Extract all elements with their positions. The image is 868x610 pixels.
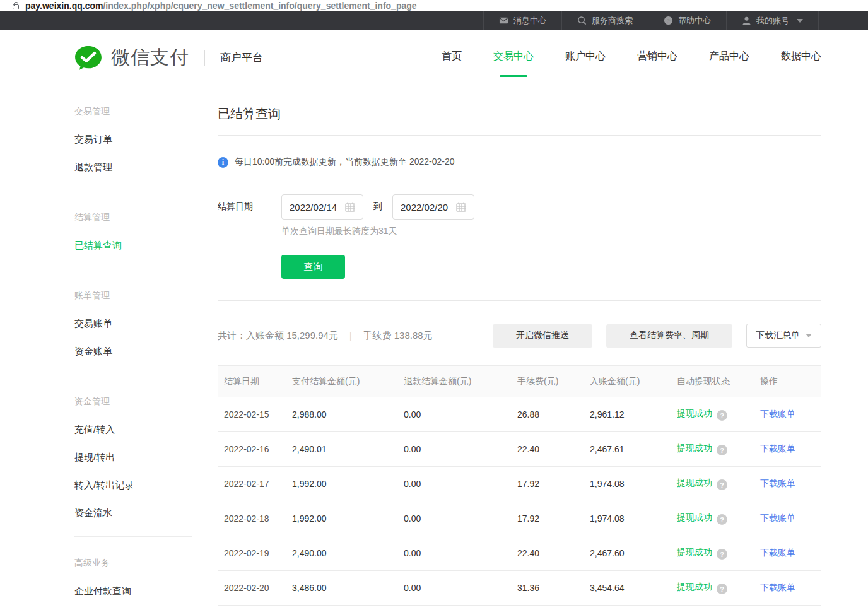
download-bill-link[interactable]: 下载账单 xyxy=(760,443,795,454)
nav-item-product-center[interactable]: 产品中心 xyxy=(709,50,749,66)
table-row: 2022-02-15 2,988.00 0.00 26.88 2,961.12 … xyxy=(218,397,821,432)
end-date-input[interactable]: 2022/02/20 xyxy=(392,194,474,220)
sidebar-section-fund-mgmt: 资金管理 xyxy=(0,388,192,416)
cell-income: 1,974.08 xyxy=(584,467,671,501)
question-icon[interactable]: ? xyxy=(717,445,727,455)
start-date-input[interactable]: 2022/02/14 xyxy=(281,194,363,220)
cell-date: 2022-02-18 xyxy=(218,501,286,536)
download-summary-dropdown[interactable]: 下载汇总单 xyxy=(746,324,821,348)
download-bill-link[interactable]: 下载账单 xyxy=(760,409,795,419)
date-filter-row: 结算日期 2022/02/14 到 2022/02/20 xyxy=(218,194,821,220)
col-header-fee: 手续费(元) xyxy=(511,366,584,397)
topbar-item-label: 我的账号 xyxy=(756,15,789,26)
user-icon xyxy=(742,16,751,25)
enable-wechat-push-button[interactable]: 开启微信推送 xyxy=(493,324,592,348)
calendar-icon xyxy=(456,202,466,212)
sidebar-section-bill-mgmt: 账单管理 xyxy=(0,282,192,310)
table-row: 2022-02-17 1,992.00 0.00 17.92 1,974.08 … xyxy=(218,467,821,501)
cell-status: 提现成功? xyxy=(671,571,754,606)
cell-refund: 0.00 xyxy=(397,397,511,432)
cell-date: 2022-02-16 xyxy=(218,432,286,467)
cell-action: 下载账单 xyxy=(754,467,821,501)
table-row: 2022-02-16 2,490.01 0.00 22.40 2,467.61 … xyxy=(218,432,821,467)
brand[interactable]: 微信支付 商户平台 xyxy=(74,45,263,71)
primary-nav: 首页 交易中心 账户中心 营销中心 产品中心 数据中心 xyxy=(442,50,821,66)
col-header-pay-amount: 支付结算金额(元) xyxy=(286,366,397,397)
summary-divider: | xyxy=(349,331,352,341)
topbar-item-label: 帮助中心 xyxy=(678,15,711,26)
sidebar-item-fund-flow[interactable]: 资金流水 xyxy=(0,499,192,527)
svg-text:?: ? xyxy=(667,18,671,24)
cell-action: 下载账单 xyxy=(754,536,821,571)
sidebar-divider xyxy=(74,269,192,269)
topbar-item-label: 消息中心 xyxy=(513,15,546,26)
download-bill-link[interactable]: 下载账单 xyxy=(760,478,795,488)
table-actions: 开启微信推送 查看结算费率、周期 下载汇总单 xyxy=(493,324,821,348)
sidebar: 交易管理 交易订单 退款管理 结算管理 已结算查询 账单管理 交易账单 资金账单… xyxy=(0,86,192,610)
cell-income: 1,974.08 xyxy=(584,501,671,536)
sidebar-item-settled-query[interactable]: 已结算查询 xyxy=(0,232,192,259)
sidebar-item-transaction-orders[interactable]: 交易订单 xyxy=(0,126,192,153)
cell-fee: 22.40 xyxy=(511,536,584,571)
question-icon[interactable]: ? xyxy=(717,410,727,421)
nav-item-account-center[interactable]: 账户中心 xyxy=(565,50,606,66)
sidebar-item-withdraw-transfer-out[interactable]: 提现/转出 xyxy=(0,443,192,471)
divider xyxy=(218,135,821,136)
topbar-item-provider-search[interactable]: 服务商搜索 xyxy=(561,11,648,30)
nav-item-home[interactable]: 首页 xyxy=(442,50,462,66)
view-settlement-rate-button[interactable]: 查看结算费率、周期 xyxy=(606,324,732,348)
nav-item-marketing-center[interactable]: 营销中心 xyxy=(637,50,677,66)
cell-status: 提现成功? xyxy=(671,501,754,536)
cell-status: 提现成功? xyxy=(671,397,754,432)
cell-date: 2022-02-15 xyxy=(218,397,286,432)
nav-item-transaction-center[interactable]: 交易中心 xyxy=(493,50,534,66)
cell-action: 下载账单 xyxy=(754,432,821,467)
cell-fee: 22.40 xyxy=(511,432,584,467)
status-badge: 提现成功 xyxy=(677,478,712,488)
cell-refund: 0.00 xyxy=(397,467,511,501)
sidebar-item-fund-bill[interactable]: 资金账单 xyxy=(0,337,192,365)
nav-item-data-center[interactable]: 数据中心 xyxy=(781,50,821,66)
sidebar-section-transaction-mgmt: 交易管理 xyxy=(0,98,192,126)
topbar-item-help[interactable]: ? 帮助中心 xyxy=(648,11,726,30)
main-content: 已结算查询 i 每日10:00前完成数据更新，当前数据更新至 2022-02-2… xyxy=(192,86,868,610)
data-update-notice: i 每日10:00前完成数据更新，当前数据更新至 2022-02-20 xyxy=(218,156,821,168)
question-icon[interactable]: ? xyxy=(717,584,727,594)
sidebar-item-transfer-records[interactable]: 转入/转出记录 xyxy=(0,471,192,499)
question-icon[interactable]: ? xyxy=(717,479,727,490)
question-icon[interactable]: ? xyxy=(717,549,727,560)
browser-address-bar[interactable]: pay.weixin.qq.com/index.php/xphp/cquery_… xyxy=(0,0,868,11)
cell-refund: 0.00 xyxy=(397,501,511,536)
totals-summary: 共计：入账金额 15,299.94元 | 手续费 138.88元 xyxy=(218,330,433,342)
sidebar-section-settlement-mgmt: 结算管理 xyxy=(0,204,192,232)
table-header-row: 结算日期 支付结算金额(元) 退款结算金额(元) 手续费(元) 入账金额(元) … xyxy=(218,366,821,397)
lock-icon xyxy=(13,4,19,9)
col-header-withdraw-status: 自动提现状态 xyxy=(671,366,754,397)
sidebar-section-advanced-business: 高级业务 xyxy=(0,549,192,577)
settlement-date-label: 结算日期 xyxy=(218,201,281,213)
info-icon: i xyxy=(218,157,228,168)
download-bill-link[interactable]: 下载账单 xyxy=(760,582,795,592)
sidebar-divider xyxy=(74,191,192,191)
cell-status: 提现成功? xyxy=(671,536,754,571)
sidebar-item-refund-mgmt[interactable]: 退款管理 xyxy=(0,153,192,181)
sidebar-item-recharge-transfer-in[interactable]: 充值/转入 xyxy=(0,416,192,443)
cell-fee: 26.88 xyxy=(511,397,584,432)
table-row: 2022-02-19 2,490.00 0.00 22.40 2,467.60 … xyxy=(218,536,821,571)
cell-date: 2022-02-20 xyxy=(218,571,286,606)
cell-refund: 0.00 xyxy=(397,536,511,571)
cell-action: 下载账单 xyxy=(754,501,821,536)
sidebar-item-transaction-bill[interactable]: 交易账单 xyxy=(0,310,192,337)
cell-pay: 2,988.00 xyxy=(286,397,397,432)
status-badge: 提现成功 xyxy=(677,443,712,453)
sidebar-item-enterprise-payment-query[interactable]: 企业付款查询 xyxy=(0,577,192,605)
download-bill-link[interactable]: 下载账单 xyxy=(760,548,795,558)
query-button[interactable]: 查询 xyxy=(281,255,345,279)
question-icon[interactable]: ? xyxy=(717,514,727,525)
topbar-item-account[interactable]: 我的账号 xyxy=(726,11,819,30)
col-header-date: 结算日期 xyxy=(218,366,286,397)
cell-date: 2022-02-17 xyxy=(218,467,286,501)
download-bill-link[interactable]: 下载账单 xyxy=(760,513,795,523)
topbar-item-messages[interactable]: 消息中心 xyxy=(483,11,561,30)
page-title: 已结算查询 xyxy=(218,105,821,122)
